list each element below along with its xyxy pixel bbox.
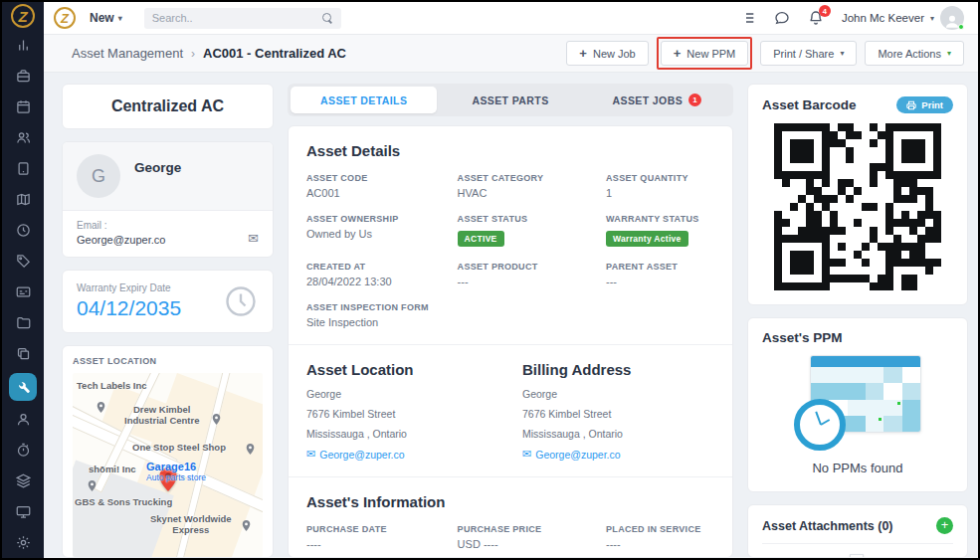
- sidebar-item-stock[interactable]: [9, 469, 37, 493]
- chevron-down-icon: ▾: [930, 14, 934, 23]
- online-status-dot: [958, 24, 964, 30]
- asset-ppm-card: Asset's PPM No PPMs found: [747, 317, 968, 492]
- asset-details-card: Asset Details ASSET CODEAC001 ASSET CATE…: [288, 125, 733, 558]
- warranty-label: Warranty Expiry Date: [77, 282, 181, 293]
- map-pin-icon: [86, 477, 98, 494]
- more-actions-label: More Actions: [878, 48, 941, 60]
- field-created-at: CREATED AT28/04/2022 13:30: [306, 262, 448, 287]
- sidebar-item-schedule[interactable]: [9, 95, 37, 119]
- folder-icon: [16, 315, 31, 330]
- map-label: Garage16: [146, 461, 196, 473]
- customer-avatar: G: [77, 154, 120, 198]
- sidebar-item-folders[interactable]: [9, 311, 37, 335]
- field-parent-asset: PARENT ASSET---: [606, 262, 714, 287]
- email-label: Email :: [77, 220, 165, 231]
- asset-location-label: ASSET LOCATION: [73, 356, 263, 366]
- field-inspection-form: ASSET INSPECTION FORMSite Inspection: [306, 302, 448, 328]
- tab-asset-jobs[interactable]: ASSET JOBS 1: [584, 87, 730, 113]
- sidebar-item-display[interactable]: [9, 500, 37, 524]
- right-panel: Asset Barcode Print Asset's PPM No P: [747, 84, 968, 558]
- chat-button[interactable]: [774, 10, 790, 26]
- global-search[interactable]: [144, 8, 341, 29]
- search-input[interactable]: [152, 12, 322, 24]
- map-pin-icon: [95, 399, 107, 416]
- users-icon: [16, 130, 31, 145]
- new-dropdown[interactable]: New ▾: [90, 11, 122, 25]
- sidebar-item-tags[interactable]: [9, 250, 37, 274]
- ppm-empty-text: No PPMs found: [762, 461, 953, 475]
- plus-icon: +: [674, 47, 682, 60]
- map-label: Tech Labels Inc: [77, 381, 147, 392]
- sidebar-item-jobs[interactable]: [9, 65, 37, 89]
- divider: [289, 476, 732, 477]
- bar-chart-icon: [16, 38, 31, 53]
- customer-email[interactable]: George@zuper.co: [77, 234, 165, 246]
- sidebar-item-users[interactable]: [9, 408, 37, 432]
- sidebar-item-devices[interactable]: [9, 157, 37, 181]
- more-actions-button[interactable]: More Actions ▾: [865, 41, 964, 66]
- map-pin-icon: [240, 517, 253, 534]
- sidebar-item-customers[interactable]: [9, 126, 37, 150]
- sidebar-item-assets[interactable]: [9, 373, 37, 401]
- tab-asset-parts[interactable]: ASSET PARTS: [437, 87, 583, 113]
- new-job-button[interactable]: + New Job: [566, 41, 648, 66]
- field-asset-ownership: ASSET OWNERSHIPOwned by Us: [306, 214, 448, 247]
- clock-icon: [223, 283, 259, 319]
- chevron-down-icon: ▾: [947, 49, 951, 58]
- address-line: Mississauga , Ontario: [522, 428, 714, 440]
- print-label: Print: [921, 99, 943, 110]
- sidebar-item-dashboard[interactable]: [9, 34, 37, 58]
- list-icon: [740, 10, 756, 26]
- sidebar-item-documents[interactable]: [9, 342, 37, 366]
- tab-bar: ASSET DETAILS ASSET PARTS ASSET JOBS 1: [288, 84, 733, 116]
- sidebar-item-map[interactable]: [9, 188, 37, 212]
- tools-icon: [16, 379, 31, 394]
- briefcase-icon: [16, 69, 31, 84]
- field-asset-category: ASSET CATEGORYHVAC: [458, 173, 596, 199]
- left-panel: Centralized AC G George Email : George@z…: [62, 84, 274, 558]
- sidebar-item-timesheet[interactable]: [9, 219, 37, 243]
- gear-icon: [16, 535, 31, 550]
- copy-icon: [16, 346, 31, 361]
- tag-icon: [16, 254, 31, 269]
- chevron-down-icon: ▾: [118, 14, 122, 23]
- top-bar: Z New ▾ 4 John Mc Keever ▾: [44, 2, 978, 35]
- search-icon[interactable]: [322, 13, 333, 24]
- email-link[interactable]: ✉George@zuper.co: [306, 448, 498, 461]
- page-title: AC001 - Centralized AC: [203, 46, 346, 61]
- tablet-icon: [16, 161, 31, 176]
- sidebar-item-settings[interactable]: [9, 531, 37, 555]
- layers-icon: [16, 473, 31, 488]
- notifications-button[interactable]: 4: [808, 10, 824, 26]
- new-ppm-button[interactable]: + New PPM: [661, 41, 749, 66]
- map-label: GBS & Sons Trucking: [75, 497, 172, 508]
- map-pin-icon: [244, 441, 257, 458]
- field-asset-status: ASSET STATUSACTIVE: [458, 214, 596, 247]
- divider: [289, 344, 732, 345]
- user-name: John Mc Keever: [842, 12, 924, 24]
- add-attachment-button[interactable]: +: [936, 517, 953, 534]
- breadcrumb-parent[interactable]: Asset Management: [72, 46, 183, 61]
- email-link[interactable]: ✉George@zuper.co: [522, 448, 714, 461]
- map[interactable]: Tech Labels Inc Drew Kimbel Industrial C…: [73, 373, 263, 557]
- sidebar-item-invoices[interactable]: [9, 280, 37, 304]
- tab-label: ASSET JOBS: [613, 94, 684, 106]
- breadcrumb-separator-icon: ›: [191, 47, 195, 61]
- field-warranty-status: WARRANTY STATUSWarranty Active: [606, 214, 714, 247]
- sidebar-item-timer[interactable]: [9, 439, 37, 463]
- envelope-icon[interactable]: ✉: [248, 231, 259, 246]
- user-menu[interactable]: John Mc Keever ▾: [842, 6, 964, 30]
- clock-icon: [794, 399, 846, 451]
- ppm-title: Asset's PPM: [762, 330, 953, 345]
- jobs-count-badge: 1: [688, 93, 701, 106]
- activity-list-button[interactable]: [740, 10, 756, 26]
- address-line: 7676 Kimbel Street: [522, 408, 714, 420]
- print-share-button[interactable]: Print / Share ▾: [760, 41, 857, 66]
- avatar[interactable]: [940, 6, 964, 30]
- plus-icon: +: [579, 47, 587, 60]
- tab-asset-details[interactable]: ASSET DETAILS: [291, 87, 437, 113]
- brand-logo[interactable]: Z: [2, 2, 44, 30]
- print-barcode-button[interactable]: Print: [896, 96, 953, 113]
- address-line: 7676 Kimbel Street: [306, 408, 498, 420]
- zuper-logo-icon: Z: [54, 7, 76, 29]
